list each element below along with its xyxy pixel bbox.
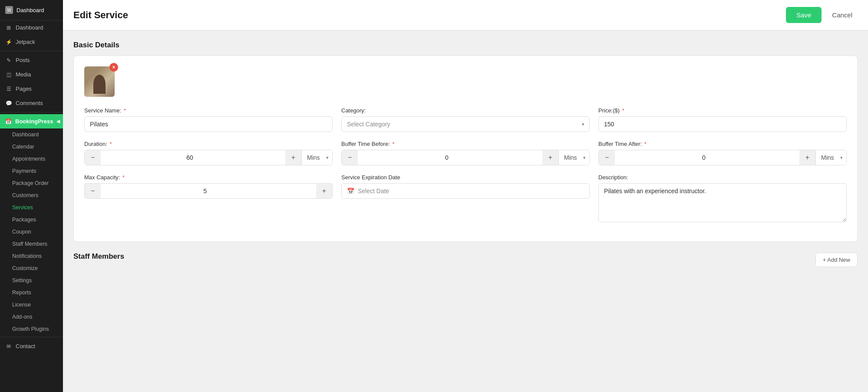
max-capacity-group: Max Capacity: * − + <box>84 174 333 222</box>
service-name-required: * <box>124 107 126 114</box>
buffer-after-stepper: − + Mins ▾ <box>598 150 847 165</box>
buffer-before-stepper: − + Mins ▾ <box>341 150 590 165</box>
sidebar-item-label: Pages <box>16 86 32 92</box>
sidebar-item-contact[interactable]: ✉ Contact <box>0 339 63 353</box>
expiration-date-group: Service Expiration Date 📅 Select Date <box>341 174 590 222</box>
sidebar-item-jetpack[interactable]: ⚡ Jetpack <box>0 35 63 49</box>
sidebar-sub-item-packages[interactable]: Packages <box>0 214 63 226</box>
description-textarea[interactable]: Pilates with an experienced instructor. <box>598 183 847 222</box>
max-capacity-label: Max Capacity: * <box>84 174 333 181</box>
sidebar-sub-item-customers[interactable]: Customers <box>0 189 63 201</box>
media-icon: ◫ <box>5 72 12 78</box>
sidebar-item-media[interactable]: ◫ Media <box>0 67 63 82</box>
sidebar-item-posts[interactable]: ✎ Posts <box>0 53 63 67</box>
buffer-before-unit-wrapper: Mins ▾ <box>558 150 589 165</box>
sidebar-divider-3 <box>0 337 63 337</box>
buffer-after-unit-select[interactable]: Mins <box>816 150 846 165</box>
sidebar-sub-item-add-ons[interactable]: Add-ons <box>0 311 63 323</box>
duration-plus-button[interactable]: + <box>285 150 301 165</box>
buffer-before-input[interactable] <box>358 150 542 165</box>
sidebar-sub-item-package-order[interactable]: Package Order <box>0 177 63 189</box>
duration-minus-button[interactable]: − <box>85 150 101 165</box>
sidebar-item-label: Posts <box>16 57 30 63</box>
buffer-before-required: * <box>392 141 394 147</box>
max-capacity-minus-button[interactable]: − <box>85 184 101 198</box>
wordpress-icon: W <box>5 6 13 14</box>
staff-members-title: Staff Members <box>73 252 124 261</box>
service-name-group: Service Name: * <box>84 107 333 132</box>
duration-unit-wrapper: Mins ▾ <box>301 150 332 165</box>
sidebar-sub-item-notifications[interactable]: Notifications <box>0 250 63 262</box>
sidebar-sub-item-license[interactable]: License <box>0 299 63 311</box>
buffer-after-input[interactable] <box>615 150 799 165</box>
page-title: Edit Service <box>73 10 128 21</box>
service-image[interactable] <box>84 66 115 97</box>
buffer-after-label: Buffer Time After: * <box>598 141 847 147</box>
duration-required: * <box>109 141 112 147</box>
sidebar-item-pages[interactable]: ☰ Pages <box>0 82 63 96</box>
sidebar-sub-item-services[interactable]: Services <box>0 201 63 214</box>
sidebar-sub-item-calendar[interactable]: Calendar <box>0 141 63 153</box>
description-group: Description: Pilates with an experienced… <box>598 174 847 222</box>
posts-icon: ✎ <box>5 57 12 63</box>
expiration-date-picker[interactable]: 📅 Select Date <box>341 183 590 199</box>
sidebar-item-label: Comments <box>16 100 43 106</box>
sidebar-sub-item-staff-members[interactable]: Staff Members <box>0 238 63 250</box>
save-button[interactable]: Save <box>786 7 822 23</box>
buffer-before-minus-button[interactable]: − <box>342 150 358 165</box>
price-input[interactable] <box>598 116 847 132</box>
duration-unit-select[interactable]: Mins <box>302 150 332 165</box>
service-name-label: Service Name: * <box>84 107 333 114</box>
buffer-before-unit-select[interactable]: Mins <box>559 150 589 165</box>
page-content: Basic Details × Servic <box>63 30 868 392</box>
duration-label: Duration: * <box>84 141 333 147</box>
sidebar-sub-item-customize[interactable]: Customize <box>0 262 63 274</box>
sidebar-divider-2 <box>0 112 63 112</box>
max-capacity-stepper: − + <box>84 183 333 199</box>
buffer-after-plus-button[interactable]: + <box>799 150 815 165</box>
sidebar-item-label: Contact <box>16 343 35 349</box>
contact-icon: ✉ <box>5 343 12 349</box>
page-header: Edit Service Save Cancel <box>63 0 868 30</box>
staff-members-section: Staff Members + Add New <box>73 252 858 267</box>
category-select[interactable]: Select Category <box>341 116 590 132</box>
cancel-button[interactable]: Cancel <box>827 7 858 23</box>
buffer-after-group: Buffer Time After: * − + Mins ▾ <box>598 141 847 165</box>
pages-icon: ☰ <box>5 86 12 92</box>
service-name-input[interactable] <box>84 116 333 132</box>
buffer-after-unit-wrapper: Mins ▾ <box>815 150 846 165</box>
max-capacity-plus-button[interactable]: + <box>316 184 332 198</box>
form-row-3: Max Capacity: * − + Service Expiration D… <box>84 174 847 222</box>
sidebar-item-comments[interactable]: 💬 Comments <box>0 96 63 110</box>
sidebar-sub-item-settings[interactable]: Settings <box>0 274 63 287</box>
basic-details-section: Basic Details × Servic <box>73 41 858 242</box>
duration-group: Duration: * − + Mins ▾ <box>84 141 333 165</box>
sidebar-sub-item-reports[interactable]: Reports <box>0 287 63 299</box>
sidebar-sub-item-payments[interactable]: Payments <box>0 165 63 177</box>
sidebar-item-label: Dashboard <box>16 24 43 31</box>
basic-details-card: × Service Name: * Category: <box>73 56 858 242</box>
category-group: Category: Select Category ▾ <box>341 107 590 132</box>
sidebar-sub-item-dashboard[interactable]: Dashboard <box>0 128 63 141</box>
image-upload-area[interactable]: × <box>84 66 115 97</box>
sidebar-logo-label: Dashboard <box>17 7 44 13</box>
max-capacity-required: * <box>122 174 125 181</box>
add-new-staff-button[interactable]: + Add New <box>815 253 858 267</box>
bookingpress-icon: 📅 <box>5 119 12 125</box>
max-capacity-input[interactable] <box>101 184 316 198</box>
remove-image-button[interactable]: × <box>109 63 118 72</box>
jetpack-icon: ⚡ <box>5 39 12 45</box>
sidebar-item-dashboard[interactable]: ⊞ Dashboard <box>0 20 63 35</box>
sidebar-sub-item-coupon[interactable]: Coupon <box>0 226 63 238</box>
buffer-after-minus-button[interactable]: − <box>599 150 615 165</box>
sidebar-sub-item-appointments[interactable]: Appointments <box>0 153 63 165</box>
sidebar-sub-item-growth-plugins[interactable]: Growth Plugins <box>0 323 63 335</box>
buffer-before-plus-button[interactable]: + <box>542 150 558 165</box>
sidebar-divider <box>0 51 63 51</box>
duration-input[interactable] <box>101 150 285 165</box>
sidebar-item-bookingpress[interactable]: 📅 BookingPress ◀ <box>0 114 63 128</box>
price-label: Price:($) * <box>598 107 847 114</box>
staff-members-header: Staff Members + Add New <box>73 252 858 267</box>
basic-details-title: Basic Details <box>73 41 858 49</box>
sidebar-logo: W Dashboard <box>0 0 63 20</box>
